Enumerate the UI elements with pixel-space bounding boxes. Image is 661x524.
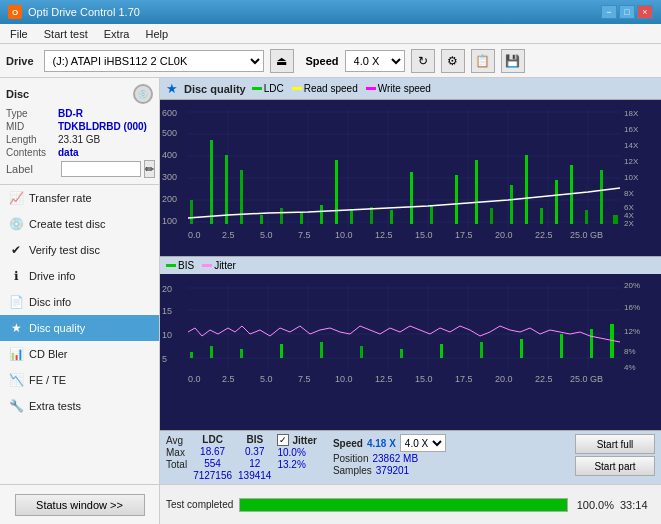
- status-window-panel: Status window >>: [0, 484, 160, 524]
- app-title: Opti Drive Control 1.70: [28, 6, 140, 18]
- svg-rect-38: [490, 208, 493, 224]
- save-button[interactable]: 💾: [501, 49, 525, 73]
- write-speed-color: [366, 87, 376, 90]
- disc-icon: 💿: [133, 84, 153, 104]
- close-button[interactable]: ×: [637, 5, 653, 19]
- svg-rect-40: [525, 155, 528, 224]
- svg-rect-30: [335, 160, 338, 224]
- svg-text:4%: 4%: [624, 363, 636, 372]
- speed-display-select[interactable]: 4.0 X: [400, 434, 446, 452]
- menu-extra[interactable]: Extra: [98, 27, 136, 41]
- bottom-chart: 20 15 10 5: [160, 274, 661, 430]
- sidebar-item-transfer-rate[interactable]: 📈 Transfer rate: [0, 185, 159, 211]
- sidebar-item-verify-test-disc[interactable]: ✔ Verify test disc: [0, 237, 159, 263]
- svg-rect-86: [210, 346, 213, 358]
- status-window-button[interactable]: Status window >>: [15, 494, 145, 516]
- svg-rect-31: [350, 210, 353, 224]
- sidebar-item-cd-bler[interactable]: 📊 CD Bler: [0, 341, 159, 367]
- sidebar-item-label: Disc quality: [29, 322, 85, 334]
- svg-rect-26: [260, 215, 263, 224]
- svg-text:20.0: 20.0: [495, 374, 513, 384]
- svg-text:15.0: 15.0: [415, 230, 433, 240]
- drive-select[interactable]: (J:) ATAPI iHBS112 2 CL0K: [44, 50, 264, 72]
- sidebar-item-fe-te[interactable]: 📉 FE / TE: [0, 367, 159, 393]
- bookmark-button[interactable]: 📋: [471, 49, 495, 73]
- label-input[interactable]: [61, 161, 141, 177]
- svg-rect-85: [190, 352, 193, 358]
- sidebar-item-create-test-disc[interactable]: 💿 Create test disc: [0, 211, 159, 237]
- menu-start-test[interactable]: Start test: [38, 27, 94, 41]
- eject-button[interactable]: ⏏: [270, 49, 294, 73]
- svg-text:17.5: 17.5: [455, 374, 473, 384]
- menu-file[interactable]: File: [4, 27, 34, 41]
- verify-disc-icon: ✔: [8, 242, 24, 258]
- maximize-button[interactable]: □: [619, 5, 635, 19]
- stats-area: Avg Max Total LDC 18.67 554 7127156 BIS …: [160, 430, 661, 484]
- stats-labels-col: Avg Max Total: [166, 434, 187, 470]
- svg-rect-90: [360, 346, 363, 358]
- start-part-button[interactable]: Start part: [575, 456, 655, 476]
- cd-bler-icon: 📊: [8, 346, 24, 362]
- sidebar-item-drive-info[interactable]: ℹ Drive info: [0, 263, 159, 289]
- legend-ldc: LDC: [252, 83, 284, 94]
- sidebar-item-extra-tests[interactable]: 🔧 Extra tests: [0, 393, 159, 419]
- svg-rect-33: [390, 210, 393, 224]
- sidebar-item-disc-info[interactable]: 📄 Disc info: [0, 289, 159, 315]
- svg-text:500: 500: [162, 128, 177, 138]
- progress-text: 100.0%: [574, 499, 614, 511]
- max-bis: 12: [249, 458, 260, 469]
- app-icon: O: [8, 5, 22, 19]
- drive-label: Drive: [6, 55, 34, 67]
- start-full-button[interactable]: Start full: [575, 434, 655, 454]
- disc-info-icon: 📄: [8, 294, 24, 310]
- position-value: 23862 MB: [372, 453, 418, 464]
- legend-read-speed-label: Read speed: [304, 83, 358, 94]
- svg-text:8%: 8%: [624, 347, 636, 356]
- bis-header: BIS: [246, 434, 263, 445]
- length-value: 23.31 GB: [58, 134, 100, 145]
- type-key: Type: [6, 108, 58, 119]
- sidebar-item-label: Drive info: [29, 270, 75, 282]
- sidebar-item-disc-quality[interactable]: ★ Disc quality: [0, 315, 159, 341]
- svg-text:7.5: 7.5: [298, 230, 311, 240]
- type-value: BD-R: [58, 108, 83, 119]
- svg-text:300: 300: [162, 172, 177, 182]
- svg-text:25.0 GB: 25.0 GB: [570, 230, 603, 240]
- ldc-color: [252, 87, 262, 90]
- stats-jitter-col: ✓ Jitter 10.0% 13.2%: [277, 434, 316, 470]
- sidebar-item-label: Verify test disc: [29, 244, 100, 256]
- bottom-chart-svg: 20 15 10 5: [160, 274, 661, 430]
- create-disc-icon: 💿: [8, 216, 24, 232]
- stats-ldc-col: LDC 18.67 554 7127156: [193, 434, 232, 481]
- svg-text:18X: 18X: [624, 109, 639, 118]
- svg-text:100: 100: [162, 216, 177, 226]
- svg-rect-93: [480, 342, 483, 358]
- svg-rect-96: [590, 329, 593, 358]
- svg-text:17.5: 17.5: [455, 230, 473, 240]
- svg-rect-36: [455, 175, 458, 224]
- refresh-button[interactable]: ↻: [411, 49, 435, 73]
- speed-select[interactable]: 4.0 X: [345, 50, 405, 72]
- legend-ldc-label: LDC: [264, 83, 284, 94]
- top-legend: LDC Read speed Write speed: [252, 83, 431, 94]
- mid-value: TDKBLDRBD (000): [58, 121, 147, 132]
- menu-help[interactable]: Help: [139, 27, 174, 41]
- settings-button[interactable]: ⚙: [441, 49, 465, 73]
- bottom-legend: BIS Jitter: [166, 260, 236, 271]
- sidebar-menu: 📈 Transfer rate 💿 Create test disc ✔ Ver…: [0, 185, 159, 484]
- label-edit-button[interactable]: ✏: [144, 160, 155, 178]
- svg-rect-92: [440, 344, 443, 358]
- samples-value: 379201: [376, 465, 409, 476]
- content-header: ★ Disc quality LDC Read speed Write spee…: [160, 78, 661, 100]
- svg-text:2.5: 2.5: [222, 230, 235, 240]
- svg-rect-91: [400, 349, 403, 358]
- jitter-header: Jitter: [292, 435, 316, 446]
- legend-write-speed: Write speed: [366, 83, 431, 94]
- svg-text:0.0: 0.0: [188, 230, 201, 240]
- svg-text:10X: 10X: [624, 173, 639, 182]
- jitter-header-section: ✓ Jitter: [277, 434, 316, 446]
- minimize-button[interactable]: −: [601, 5, 617, 19]
- contents-value: data: [58, 147, 79, 158]
- jitter-checkbox[interactable]: ✓: [277, 434, 289, 446]
- svg-text:12.5: 12.5: [375, 374, 393, 384]
